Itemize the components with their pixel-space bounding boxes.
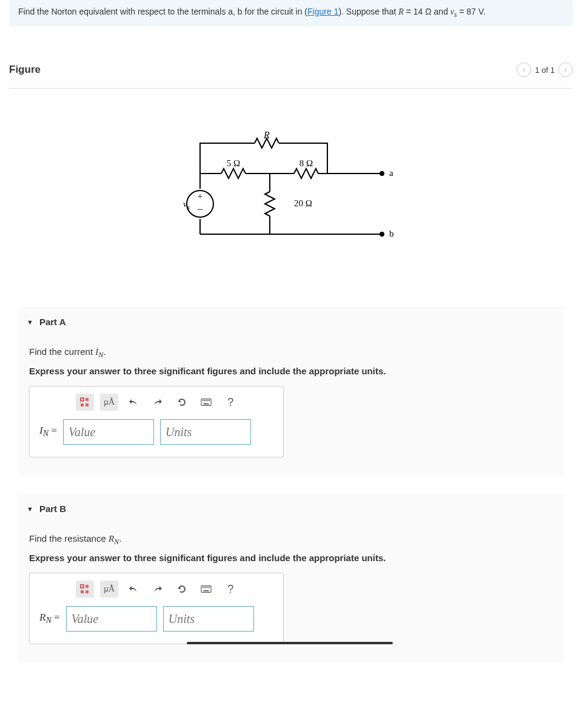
svg-rect-22	[204, 587, 206, 588]
part-b-toolbar: µÅ ?	[39, 581, 273, 598]
help-button[interactable]: ?	[221, 394, 239, 411]
fraction-template-button[interactable]	[76, 581, 94, 598]
part-b-prompt: Find the resistance RN.	[29, 533, 553, 547]
circuit-diagram: + − R 5 Ω 8 Ω 20 Ω vs a b	[0, 101, 582, 307]
part-a-answer-label: IN =	[39, 425, 57, 439]
svg-rect-25	[209, 587, 210, 588]
part-b-header[interactable]: ▼ Part B	[18, 494, 564, 524]
part-a-answer-widget: µÅ ? IN =	[29, 386, 284, 457]
part-b-units-input[interactable]	[163, 606, 254, 632]
keyboard-button[interactable]	[197, 394, 215, 411]
part-a-units-input[interactable]	[160, 419, 251, 445]
problem-statement: Find the Norton equivalent with respect …	[9, 0, 573, 26]
svg-rect-10	[202, 400, 204, 402]
reset-button[interactable]	[173, 394, 191, 411]
svg-rect-12	[206, 400, 207, 402]
part-a-header[interactable]: ▼ Part A	[18, 307, 564, 337]
svg-point-3	[380, 171, 384, 176]
part-a-section: ▼ Part A Find the current IN. Express yo…	[18, 307, 564, 476]
part-a-value-input[interactable]	[63, 419, 154, 445]
svg-rect-11	[204, 400, 206, 402]
problem-text-post: ). Suppose that	[338, 7, 398, 16]
svg-rect-8	[85, 403, 89, 406]
undo-button[interactable]	[124, 394, 142, 411]
svg-rect-19	[85, 590, 89, 593]
part-a-toolbar: µÅ ?	[39, 394, 273, 411]
svg-rect-13	[207, 400, 209, 402]
eq2-rhs: = 87 V.	[459, 7, 485, 16]
figure-next-button[interactable]: ›	[558, 62, 573, 77]
figure-link[interactable]: Figure 1	[307, 7, 338, 16]
svg-rect-18	[81, 590, 84, 593]
label-20ohm: 20 Ω	[294, 198, 312, 208]
var-vs: vs	[450, 7, 457, 16]
svg-rect-16	[81, 585, 84, 588]
redo-button[interactable]	[149, 394, 167, 411]
eq1-val: = 14	[406, 7, 426, 16]
undo-button[interactable]	[124, 581, 142, 598]
problem-text-pre: Find the Norton equivalent with respect …	[18, 7, 307, 16]
part-b-answer-widget: µÅ ? RN =	[29, 573, 284, 644]
figure-section: Figure ‹ 1 of 1 ›	[9, 62, 573, 89]
terminal-a: a	[389, 168, 393, 178]
figure-nav: ‹ 1 of 1 ›	[517, 62, 573, 77]
part-b-instruction: Express your answer to three significant…	[29, 553, 553, 563]
label-R: R	[263, 131, 270, 140]
label-8ohm: 8 Ω	[299, 158, 313, 168]
eq1-unit: Ω	[425, 7, 431, 16]
svg-point-4	[380, 232, 384, 237]
figure-prev-button[interactable]: ‹	[517, 62, 531, 77]
part-a-instruction: Express your answer to three significant…	[29, 366, 553, 376]
part-b-title: Part B	[39, 504, 66, 514]
scroll-indicator[interactable]	[187, 642, 393, 644]
help-button[interactable]: ?	[221, 581, 239, 598]
var-R: R	[398, 7, 404, 16]
svg-rect-21	[202, 587, 204, 588]
svg-rect-6	[85, 398, 89, 401]
part-b-answer-label: RN =	[39, 612, 60, 625]
label-5ohm: 5 Ω	[227, 158, 240, 168]
svg-rect-26	[204, 590, 209, 592]
part-b-section: ▼ Part B Find the resistance RN. Express…	[18, 494, 564, 662]
part-a-prompt: Find the current IN.	[29, 346, 553, 360]
units-button[interactable]: µÅ	[100, 581, 118, 598]
svg-rect-23	[206, 587, 207, 588]
svg-rect-24	[207, 587, 209, 588]
figure-title: Figure	[9, 64, 41, 76]
units-button[interactable]: µÅ	[100, 394, 118, 411]
figure-header: Figure ‹ 1 of 1 ›	[9, 62, 573, 82]
and-text: and	[434, 7, 450, 16]
redo-button[interactable]	[149, 581, 167, 598]
reset-button[interactable]	[173, 581, 191, 598]
svg-rect-17	[85, 585, 89, 588]
svg-text:+: +	[198, 191, 202, 201]
svg-rect-20	[201, 586, 211, 593]
svg-rect-14	[209, 400, 210, 402]
keyboard-button[interactable]	[197, 581, 215, 598]
figure-nav-text: 1 of 1	[535, 66, 555, 75]
part-a-title: Part A	[39, 317, 66, 327]
svg-rect-9	[201, 399, 211, 406]
svg-rect-15	[204, 403, 209, 405]
fraction-template-button[interactable]	[76, 394, 94, 411]
part-b-value-input[interactable]	[66, 606, 157, 632]
svg-rect-5	[81, 398, 84, 401]
caret-down-icon: ▼	[27, 505, 33, 513]
caret-down-icon: ▼	[27, 318, 33, 326]
terminal-b: b	[389, 229, 394, 238]
svg-rect-7	[81, 403, 84, 406]
svg-text:−: −	[197, 203, 203, 215]
